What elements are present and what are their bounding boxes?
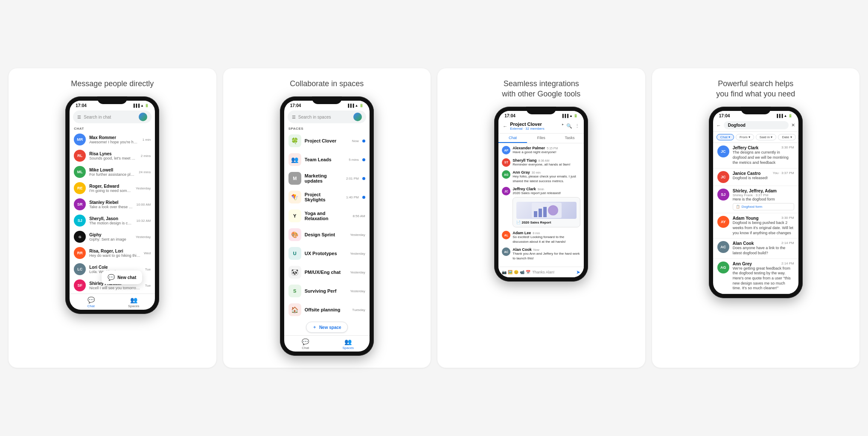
attach-file-icon[interactable]: 🖼️ (508, 270, 513, 274)
search-field[interactable]: Dogfood (724, 121, 789, 129)
phone-2: 17:04 ▐▐▐ ▲ 🔋 ☰ Search in spaces SPACES … (280, 96, 374, 356)
chat-item-2[interactable]: ML Mike Lowell For further assistance pl… (70, 164, 155, 180)
sales-report-preview (516, 202, 577, 219)
chat-nav-icon-2: 💬 (302, 338, 309, 345)
send-button[interactable]: ➤ (576, 269, 580, 275)
result-name-2: Shirley, Jeffrey, Adam (733, 189, 777, 193)
result-3: AY Adam Young 3:30 PM Dogfood is being p… (713, 213, 798, 238)
chat-info-0: Max Rommer Awesome! I hope you're having… (89, 135, 139, 144)
spaces-name-2: Marketing updates (305, 173, 343, 183)
search-bar-2[interactable]: ☰ Search in spaces (288, 110, 366, 123)
filter-from[interactable]: From ▾ (736, 134, 754, 140)
spaces-item-4[interactable]: Y Yoga and Relaxation 8:56 AM (284, 206, 370, 225)
spaces-item-7[interactable]: 🐼 PM/UX/Eng chat Yesterday (284, 263, 370, 282)
result-content-2: Shirley, Jeffrey, Adam Shirley Frank · 3… (733, 189, 794, 211)
spaces-item-8[interactable]: S Surviving Perf Yesterday (284, 282, 370, 300)
chat-item-7[interactable]: RR Risa, Roger, Lori Hey do want to go h… (70, 245, 155, 261)
result-5: AG Ann Grey 2:14 PM We're getting great … (713, 259, 798, 294)
chat-item-1[interactable]: RL Risa Lynes Sounds good, let's meet ne… (70, 148, 155, 164)
chat-info-4: Stanley Riebel Take a look over these sl… (89, 200, 133, 209)
spaces-item-0[interactable]: 🍀 Project Clover Now (284, 131, 370, 150)
msg-time-3: 9min (538, 188, 544, 191)
search-bar-1[interactable]: ☰ Search in chat (73, 110, 151, 123)
result-time-1: You · 3:37 PM (773, 171, 794, 176)
result-header-4: Alan Cook 2:14 PM (733, 241, 794, 246)
result-header-2: Shirley, Jeffrey, Adam (733, 189, 794, 193)
calendar-icon[interactable]: 📅 (526, 270, 530, 274)
spaces-item-3[interactable]: 🪁 Project Skylights 1:40 PM (284, 188, 370, 206)
nav-spaces-1[interactable]: 👥 Spaces (112, 296, 155, 308)
chat-item-4[interactable]: SR Stanley Riebel Take a look over these… (70, 196, 155, 212)
avatar-6: G (74, 231, 86, 243)
back-button-search[interactable]: ← (717, 123, 721, 128)
result-name-5: Ann Grey (733, 262, 752, 266)
result-content-3: Adam Young 3:30 PM Dogfood is being push… (733, 216, 794, 235)
tab-files[interactable]: Files (527, 134, 556, 143)
card-search: Powerful search helps you find what you … (652, 68, 860, 368)
filter-chat[interactable]: Chat ▾ (717, 134, 734, 140)
spaces-item-5[interactable]: 🎨 Design Sprint Yesterday (284, 225, 370, 244)
spaces-item-1[interactable]: 👥 Team Leads 5 mins (284, 150, 370, 169)
more-button-conv[interactable]: ⋮ (575, 123, 580, 129)
spaces-nav-icon-2: 👥 (344, 338, 352, 345)
avatar-7: RR (74, 247, 86, 259)
msg-avatar-4: AL (502, 231, 510, 239)
search-button-conv[interactable]: 🔍 (566, 123, 572, 129)
new-chat-popup[interactable]: 💬 New chat (102, 270, 142, 284)
new-space-button[interactable]: ＋ New space (306, 322, 348, 333)
svg-rect-1 (534, 211, 537, 217)
avatar-2: ML (74, 166, 86, 178)
spaces-item-6[interactable]: U UX Prototypes Yesterday (284, 244, 370, 263)
msg-avatar-1: ST (502, 158, 510, 167)
user-avatar-1 (139, 113, 147, 121)
nav-chat-1[interactable]: 💬 Chat (70, 296, 112, 308)
chat-preview-0: Awesome! I hope you're having a... (89, 140, 139, 144)
chat-item-0[interactable]: MR Max Rommer Awesome! I hope you're hav… (70, 131, 155, 148)
result-content-4: Alan Cook 2:14 PM Does anyone have a lin… (733, 241, 794, 256)
attach-image-icon[interactable]: 📷 (502, 270, 507, 274)
compose-input[interactable]: Thanks Alan! (532, 270, 574, 274)
emoji-icon[interactable]: 😊 (514, 270, 518, 274)
video-icon[interactable]: 📹 (520, 270, 524, 274)
tab-chat[interactable]: Chat (498, 134, 527, 143)
filter-date[interactable]: Date ▾ (778, 134, 795, 140)
close-search-button[interactable]: ✕ (791, 122, 795, 128)
chat-time-5: 10:32 AM (136, 219, 151, 223)
filter-said-in[interactable]: Said in ▾ (756, 134, 777, 140)
chat-item-5[interactable]: SJ Sheryll, Jason The motion design is c… (70, 212, 155, 229)
status-icons-3: ▐▐▐ ▲ 🔋 (561, 114, 578, 118)
result-name-1: Janice Castro (733, 171, 761, 176)
screen-4: 17:04 ▐▐▐ ▲ 🔋 ← Dogfood ✕ Chat ▾ From ▾ … (713, 111, 798, 294)
unread-dot-2 (362, 177, 365, 180)
result-avatar-5: AG (717, 262, 729, 273)
form-icon: 📋 (736, 205, 740, 209)
spaces-item-9[interactable]: 🏠 Offsite planning Tuesday (284, 300, 370, 319)
nav-spaces-label-1: Spaces (128, 304, 140, 308)
back-button[interactable]: ← (503, 124, 507, 129)
spaces-item-2[interactable]: M Marketing updates 2:01 PM (284, 169, 370, 188)
dogfood-form-link[interactable]: 📋 Dogfood form (733, 203, 794, 210)
msg-time-5: Now (533, 248, 539, 251)
msg-card-sales[interactable]: 📄 2020 Sales Report (513, 197, 580, 227)
status-icons-1: ▐▐▐ ▲ 🔋 (132, 104, 149, 108)
result-2: SJ Shirley, Jeffrey, Adam Shirley Frank … (713, 186, 798, 214)
chat-info-6: Giphy Giphy: Sent an image (89, 233, 132, 241)
notch-2 (312, 96, 342, 104)
result-sub-2: Shirley Frank · 3:27 PM (733, 193, 794, 197)
tab-tasks[interactable]: Tasks (556, 134, 584, 143)
nav-chat-label-1: Chat (87, 304, 95, 308)
chat-item-6[interactable]: G Giphy Giphy: Sent an image Yesterday (70, 229, 155, 245)
filter-attach[interactable]: Attac... (798, 134, 798, 140)
result-time-3: 3:30 PM (781, 216, 794, 221)
filter-bar: Chat ▾ From ▾ Said in ▾ Date ▾ Attac... (713, 132, 798, 143)
nav-spaces-2[interactable]: 👥 Spaces (327, 338, 370, 350)
avatar-3: RE (74, 182, 86, 194)
chat-item-3[interactable]: RE Roger, Edward I'm going to need some … (70, 180, 155, 196)
status-icons-2: ▐▐▐ ▲ 🔋 (347, 104, 363, 108)
nav-chat-2[interactable]: 💬 Chat (284, 338, 327, 350)
result-avatar-1: JC (717, 171, 729, 183)
chat-time-0: 1 min (143, 138, 151, 142)
chat-name-5: Sheryll, Jason (89, 216, 133, 221)
result-header-0: Jeffery Clark 3:30 PM (733, 145, 794, 150)
chat-name-0: Max Rommer (89, 135, 139, 140)
